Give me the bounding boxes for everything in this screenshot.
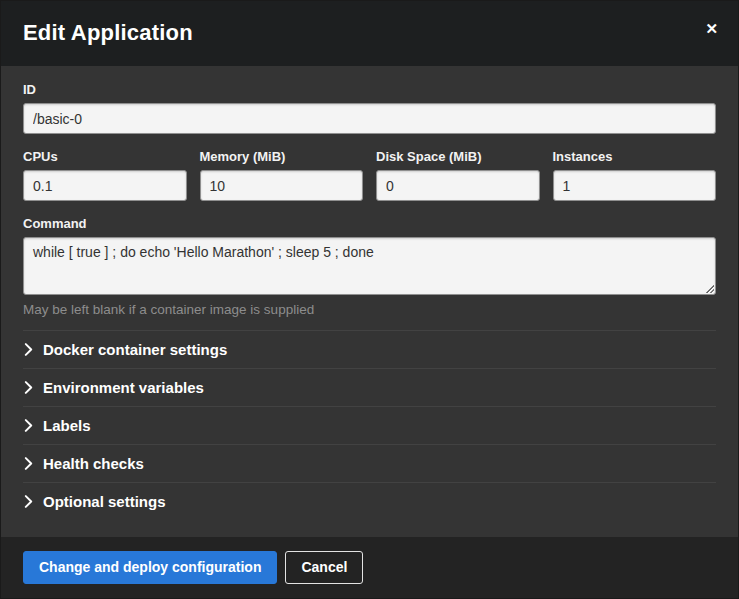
id-label: ID xyxy=(23,82,716,97)
command-textarea[interactable]: while [ true ] ; do echo 'Hello Marathon… xyxy=(23,237,716,295)
memory-field-group: Memory (MiB) xyxy=(200,149,364,201)
chevron-right-icon xyxy=(23,495,33,508)
section-label: Health checks xyxy=(43,455,144,472)
section-label: Environment variables xyxy=(43,379,204,396)
modal-title: Edit Application xyxy=(23,20,716,46)
modal-header: Edit Application ✕ xyxy=(1,1,738,66)
chevron-right-icon xyxy=(23,419,33,432)
cpus-input[interactable] xyxy=(23,170,187,201)
cancel-button[interactable]: Cancel xyxy=(285,551,363,584)
section-optional-settings[interactable]: Optional settings xyxy=(23,482,716,520)
disk-label: Disk Space (MiB) xyxy=(376,149,540,164)
memory-label: Memory (MiB) xyxy=(200,149,364,164)
id-input[interactable] xyxy=(23,103,716,134)
command-help-text: May be left blank if a container image i… xyxy=(23,302,716,317)
instances-label: Instances xyxy=(553,149,717,164)
disk-input[interactable] xyxy=(376,170,540,201)
section-label: Docker container settings xyxy=(43,341,227,358)
instances-input[interactable] xyxy=(553,170,717,201)
chevron-right-icon xyxy=(23,381,33,394)
disk-field-group: Disk Space (MiB) xyxy=(376,149,540,201)
modal-footer: Change and deploy configuration Cancel xyxy=(1,537,738,598)
section-label: Optional settings xyxy=(43,493,166,510)
id-field-group: ID xyxy=(23,82,716,134)
instances-field-group: Instances xyxy=(553,149,717,201)
edit-application-modal: Edit Application ✕ ID CPUs Memory (MiB) … xyxy=(0,0,739,599)
section-docker-container-settings[interactable]: Docker container settings xyxy=(23,330,716,368)
collapsible-sections: Docker container settings Environment va… xyxy=(23,330,716,520)
resources-row: CPUs Memory (MiB) Disk Space (MiB) Insta… xyxy=(23,149,716,201)
modal-body: ID CPUs Memory (MiB) Disk Space (MiB) In… xyxy=(1,66,738,537)
section-labels[interactable]: Labels xyxy=(23,406,716,444)
cpus-field-group: CPUs xyxy=(23,149,187,201)
cpus-label: CPUs xyxy=(23,149,187,164)
chevron-right-icon xyxy=(23,343,33,356)
section-health-checks[interactable]: Health checks xyxy=(23,444,716,482)
command-field-group: Command while [ true ] ; do echo 'Hello … xyxy=(23,216,716,317)
change-and-deploy-button[interactable]: Change and deploy configuration xyxy=(23,551,277,584)
command-label: Command xyxy=(23,216,716,231)
close-icon[interactable]: ✕ xyxy=(699,17,724,40)
section-label: Labels xyxy=(43,417,91,434)
memory-input[interactable] xyxy=(200,170,364,201)
chevron-right-icon xyxy=(23,457,33,470)
section-environment-variables[interactable]: Environment variables xyxy=(23,368,716,406)
